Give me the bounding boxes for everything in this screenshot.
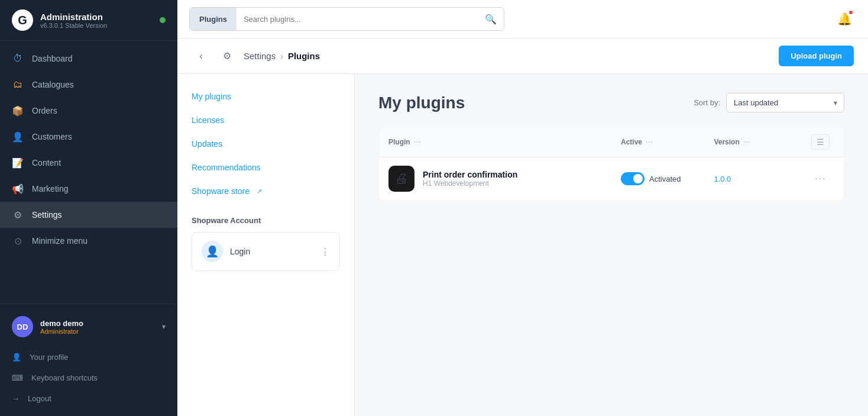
sidebar-header: G Administration v6.3.0.1 Stable Version (0, 0, 177, 41)
chevron-down-icon: ▾ (162, 323, 166, 331)
status-dot (160, 17, 166, 23)
table-row: 🖨 Print order confirmation H1 Webdevelop… (379, 157, 844, 201)
sidebar-item-dashboard[interactable]: ⏱ Dashboard (0, 46, 177, 72)
sidebar-item-marketing[interactable]: 📢 Marketing (0, 176, 177, 202)
col-plugin-label: Plugin (388, 138, 410, 146)
sidebar-item-customers[interactable]: 👤 Customers (0, 124, 177, 150)
back-button[interactable]: ‹ (192, 47, 210, 66)
left-nav: My plugins Licenses Updates Recommendati… (177, 74, 355, 416)
minimize-icon: ⊙ (12, 235, 24, 247)
your-profile-item[interactable]: 👤 Your profile (0, 347, 177, 367)
profile-label: Your profile (30, 353, 68, 362)
gear-icon: ⚙ (223, 50, 231, 62)
plugin-cell: 🖨 Print order confirmation H1 Webdevelop… (379, 157, 612, 201)
col-header-version: Version ··· (704, 127, 797, 157)
active-label: Activated (649, 175, 681, 183)
user-section[interactable]: DD demo demo Administrator ▾ (0, 309, 177, 344)
external-link-icon: ↗ (257, 188, 262, 195)
version-cell: 1.0.0 (704, 157, 797, 201)
plugin-icon: 🖨 (388, 166, 414, 192)
sort-select[interactable]: Last updated Name Version (726, 93, 844, 112)
upload-plugin-button[interactable]: Upload plugin (779, 46, 854, 66)
sidebar-item-label: Customers (32, 132, 72, 141)
sidebar-footer: DD demo demo Administrator ▾ 👤 Your prof… (0, 304, 177, 416)
left-nav-shopware-store[interactable]: Shopware store ↗ (177, 180, 354, 202)
account-menu-icon[interactable]: ⋮ (320, 246, 330, 257)
account-login-label: Login (230, 247, 313, 256)
left-nav-recommendations[interactable]: Recommendations (177, 157, 354, 178)
customers-icon: 👤 (12, 131, 24, 143)
row-menu-button[interactable]: ··· (810, 171, 831, 186)
sidebar-item-label: Dashboard (32, 54, 73, 63)
sidebar-nav: ⏱ Dashboard 🗂 Catalogues 📦 Orders 👤 Cust… (0, 41, 177, 304)
left-nav-updates[interactable]: Updates (177, 133, 354, 154)
sidebar-item-orders[interactable]: 📦 Orders (0, 98, 177, 124)
sidebar-item-label: Catalogues (32, 80, 74, 89)
sort-label: Sort by: (694, 98, 720, 107)
dashboard-icon: ⏱ (12, 53, 24, 65)
notification-badge (848, 9, 854, 15)
col-active-dots[interactable]: ··· (646, 137, 653, 147)
left-nav-my-plugins[interactable]: My plugins (177, 86, 354, 107)
col-header-active: Active ··· (611, 127, 704, 157)
breadcrumb-current: Plugins (288, 51, 320, 61)
updates-label: Updates (192, 139, 222, 149)
app-name: Administration (40, 12, 153, 22)
col-plugin-dots[interactable]: ··· (414, 137, 421, 147)
marketing-icon: 📢 (12, 183, 24, 195)
active-cell: Activated (611, 157, 704, 201)
profile-icon: 👤 (12, 353, 21, 362)
breadcrumb: Settings › Plugins (244, 51, 772, 61)
back-icon: ‹ (199, 51, 202, 62)
sidebar-item-minimize[interactable]: ⊙ Minimize menu (0, 228, 177, 254)
account-avatar: 👤 (202, 241, 223, 262)
search-tab-button[interactable]: Plugins (190, 8, 237, 30)
active-toggle[interactable] (621, 172, 644, 185)
search-icon: 🔍 (485, 14, 497, 24)
my-plugins-label: My plugins (192, 92, 231, 101)
shopware-store-label: Shopware store (192, 186, 250, 196)
toggle-active-container: Activated (621, 172, 695, 185)
left-nav-licenses[interactable]: Licenses (177, 109, 354, 131)
logout-label: Logout (28, 394, 51, 403)
sidebar-item-label: Content (32, 158, 61, 167)
account-login-card[interactable]: 👤 Login ⋮ (192, 232, 340, 271)
search-container: Plugins 🔍 (189, 7, 504, 31)
keyboard-icon: ⌨ (12, 373, 23, 382)
sidebar-item-label: Orders (32, 106, 57, 115)
logout-item[interactable]: → Logout (0, 388, 177, 409)
plugins-table: Plugin ··· Active ··· Ve (378, 127, 844, 201)
sidebar-item-settings[interactable]: ⚙ Settings (0, 202, 177, 228)
print-icon: 🖨 (395, 171, 408, 186)
version-link[interactable]: 1.0.0 (714, 175, 731, 183)
footer-items: 👤 Your profile ⌨ Keyboard shortcuts → Lo… (0, 344, 177, 411)
table-settings-button[interactable]: ☰ (811, 134, 830, 150)
sort-section: Sort by: Last updated Name Version (694, 93, 844, 112)
settings-cog-button[interactable]: ⚙ (218, 47, 237, 66)
recommendations-label: Recommendations (192, 163, 261, 172)
app-logo: G (12, 9, 33, 31)
content-area: My plugins Licenses Updates Recommendati… (177, 74, 868, 416)
content-icon: 📝 (12, 157, 24, 169)
notification-button[interactable]: 🔔 (833, 7, 856, 31)
col-header-actions: ☰ (798, 127, 844, 157)
plugin-name: Print order confirmation (423, 170, 517, 179)
plugins-main: My plugins Sort by: Last updated Name Ve… (355, 74, 868, 416)
sidebar-item-content[interactable]: 📝 Content (0, 150, 177, 176)
col-version-dots[interactable]: ··· (743, 137, 750, 147)
app-version: v6.3.0.1 Stable Version (40, 22, 153, 29)
sidebar-item-label: Marketing (32, 184, 68, 194)
breadcrumb-separator: › (280, 51, 283, 61)
breadcrumb-parent: Settings (244, 51, 276, 61)
keyboard-shortcuts-item[interactable]: ⌨ Keyboard shortcuts (0, 367, 177, 388)
keyboard-label: Keyboard shortcuts (31, 373, 98, 382)
table-header-row: Plugin ··· Active ··· Ve (379, 127, 844, 157)
sidebar: G Administration v6.3.0.1 Stable Version… (0, 0, 177, 416)
plugins-title: My plugins (378, 93, 465, 112)
search-icon-button[interactable]: 🔍 (478, 9, 504, 30)
search-input[interactable] (237, 10, 478, 28)
shopware-account-label: Shopware Account (192, 216, 340, 225)
plugins-header: My plugins Sort by: Last updated Name Ve… (378, 93, 844, 112)
sidebar-item-catalogues[interactable]: 🗂 Catalogues (0, 72, 177, 98)
plugin-details: Print order confirmation H1 Webdevelopme… (423, 170, 517, 188)
